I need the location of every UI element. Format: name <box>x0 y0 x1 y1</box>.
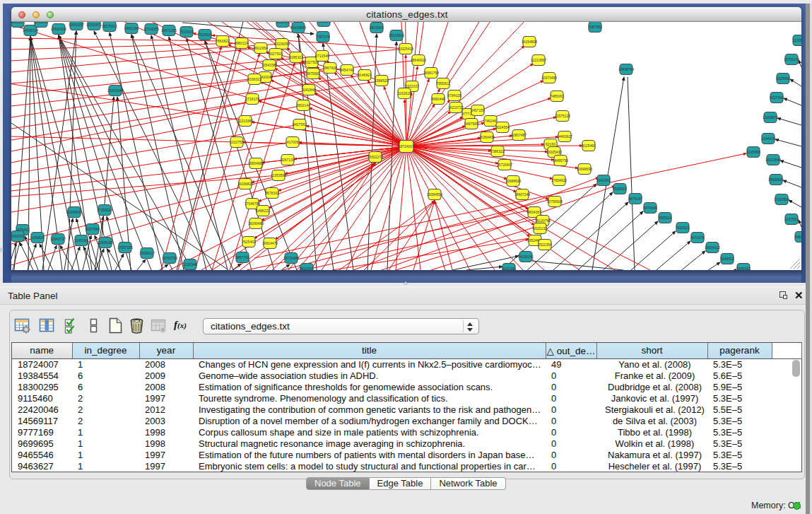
svg-text:20206535: 20206535 <box>66 210 82 214</box>
svg-text:2713546: 2713546 <box>315 54 329 58</box>
svg-text:8454749: 8454749 <box>340 68 354 72</box>
svg-text:3215958: 3215958 <box>746 150 760 154</box>
svg-text:9336023: 9336023 <box>247 77 261 81</box>
svg-text:1615132: 1615132 <box>533 226 547 230</box>
svg-text:16099489: 16099489 <box>248 221 264 226</box>
svg-text:746246: 746246 <box>485 119 497 123</box>
svg-text:3875685: 3875685 <box>306 71 320 76</box>
svg-text:10532671: 10532671 <box>86 23 102 27</box>
svg-text:6794028: 6794028 <box>447 93 461 98</box>
svg-text:13226058: 13226058 <box>274 42 290 46</box>
svg-text:2087682: 2087682 <box>588 25 602 29</box>
svg-text:7386322: 7386322 <box>490 149 505 153</box>
svg-text:17654923: 17654923 <box>551 178 567 182</box>
svg-text:16154808: 16154808 <box>522 40 537 44</box>
svg-text:6466160: 6466160 <box>124 26 139 30</box>
svg-text:8813054: 8813054 <box>370 25 384 30</box>
svg-text:18724007: 18724007 <box>399 144 414 148</box>
svg-text:12093872: 12093872 <box>763 115 778 119</box>
svg-text:9474444: 9474444 <box>643 206 657 210</box>
svg-text:16033809: 16033809 <box>290 25 306 30</box>
svg-text:12353594: 12353594 <box>271 173 286 177</box>
svg-text:14055724: 14055724 <box>23 28 38 33</box>
svg-text:19166825: 19166825 <box>237 182 253 186</box>
svg-text:8912954: 8912954 <box>254 46 268 50</box>
svg-text:12213383: 12213383 <box>237 119 253 123</box>
svg-text:19384554: 19384554 <box>427 192 442 197</box>
svg-text:9327503: 9327503 <box>269 52 283 56</box>
svg-text:14463627: 14463627 <box>557 134 572 139</box>
svg-text:8186323: 8186323 <box>289 55 303 59</box>
svg-text:9146821: 9146821 <box>358 73 372 77</box>
svg-text:12505185: 12505185 <box>98 240 113 245</box>
svg-text:17046788: 17046788 <box>245 201 260 206</box>
svg-text:12975125: 12975125 <box>555 114 570 118</box>
svg-text:16961758: 16961758 <box>423 71 439 75</box>
svg-text:7357274: 7357274 <box>316 35 330 39</box>
svg-text:13325419: 13325419 <box>398 47 413 51</box>
svg-text:20691406: 20691406 <box>51 27 66 31</box>
svg-text:62160: 62160 <box>546 142 555 146</box>
svg-text:9834067: 9834067 <box>527 210 541 214</box>
svg-text:8960124: 8960124 <box>235 41 249 45</box>
svg-text:7625402: 7625402 <box>242 240 256 244</box>
svg-text:15302273: 15302273 <box>367 155 383 159</box>
svg-text:9245612: 9245612 <box>720 257 734 261</box>
svg-text:18640910: 18640910 <box>411 58 426 62</box>
svg-text:8836299: 8836299 <box>34 22 48 24</box>
svg-text:7515526: 7515526 <box>180 30 194 34</box>
svg-text:17010504: 17010504 <box>774 197 789 201</box>
svg-text:10025433: 10025433 <box>546 150 562 154</box>
svg-text:8938923: 8938923 <box>613 187 627 191</box>
svg-text:16210643: 16210643 <box>765 158 781 162</box>
svg-text:19218506: 19218506 <box>389 33 404 37</box>
svg-text:19654983: 19654983 <box>248 161 264 165</box>
svg-text:8427552: 8427552 <box>293 122 307 127</box>
svg-text:1640951: 1640951 <box>596 178 611 182</box>
svg-text:1498222: 1498222 <box>256 209 270 213</box>
svg-text:1162615: 1162615 <box>397 91 411 95</box>
svg-text:2935114: 2935114 <box>658 216 671 220</box>
svg-text:9227342: 9227342 <box>770 95 784 100</box>
svg-text:939159: 939159 <box>12 234 24 238</box>
svg-text:6497565: 6497565 <box>464 122 478 126</box>
svg-text:7663822: 7663822 <box>216 39 230 43</box>
svg-text:2867608: 2867608 <box>323 66 337 70</box>
svg-text:15716485: 15716485 <box>283 256 299 260</box>
svg-text:8990448: 8990448 <box>431 97 445 101</box>
svg-text:9242848: 9242848 <box>302 88 316 92</box>
svg-text:10688609: 10688609 <box>505 179 521 183</box>
svg-text:10973493: 10973493 <box>541 76 557 80</box>
svg-text:16210722: 16210722 <box>448 105 464 110</box>
svg-text:1156829: 1156829 <box>30 235 44 240</box>
svg-text:1145194: 1145194 <box>74 238 88 243</box>
svg-text:1010755: 1010755 <box>230 140 244 144</box>
svg-text:9397588: 9397588 <box>86 227 100 231</box>
svg-text:10699695: 10699695 <box>577 167 592 171</box>
svg-text:1112905: 1112905 <box>793 38 801 42</box>
svg-text:3024554: 3024554 <box>495 125 510 129</box>
svg-text:10756928: 10756928 <box>547 199 563 204</box>
svg-text:20364436: 20364436 <box>479 135 495 139</box>
svg-text:16782759: 16782759 <box>162 256 177 260</box>
svg-text:417006: 417006 <box>287 140 299 144</box>
svg-text:15720407: 15720407 <box>497 163 512 167</box>
svg-text:15692991: 15692991 <box>768 177 784 182</box>
svg-text:6879197: 6879197 <box>628 197 642 201</box>
svg-text:8471676: 8471676 <box>690 235 705 240</box>
svg-text:8678332: 8678332 <box>265 191 279 195</box>
svg-text:9115460: 9115460 <box>582 144 595 148</box>
svg-text:9329966: 9329966 <box>776 76 790 81</box>
svg-text:15276021: 15276021 <box>102 24 117 28</box>
svg-text:7632621: 7632621 <box>676 226 690 230</box>
svg-text:9490907: 9490907 <box>11 22 25 24</box>
svg-text:1244415: 1244415 <box>761 136 775 141</box>
svg-text:10654112: 10654112 <box>705 245 720 250</box>
svg-text:15751074: 15751074 <box>784 57 799 62</box>
svg-text:7515526: 7515526 <box>198 33 212 37</box>
svg-text:12942737: 12942737 <box>50 237 66 241</box>
svg-text:2457159: 2457159 <box>471 108 485 112</box>
svg-text:1192346: 1192346 <box>183 262 196 267</box>
svg-text:14136141: 14136141 <box>518 255 534 259</box>
svg-text:7485063: 7485063 <box>550 94 564 98</box>
